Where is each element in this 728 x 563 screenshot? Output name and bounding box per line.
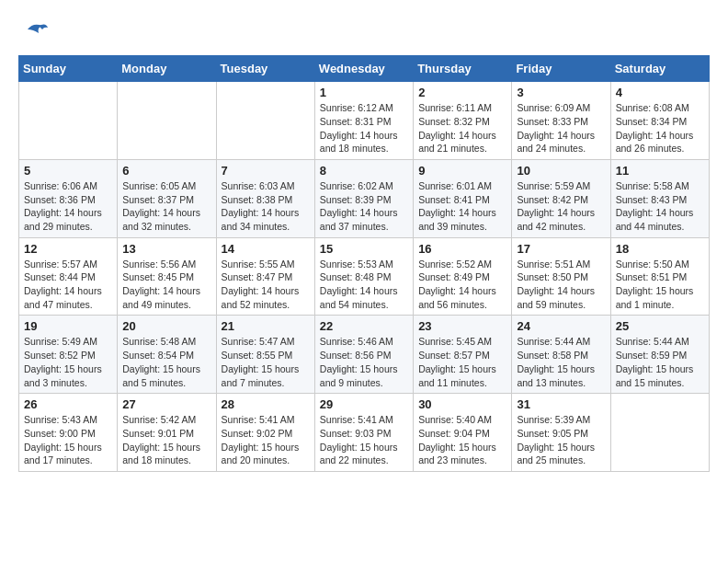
calendar-cell: 5Sunrise: 6:06 AM Sunset: 8:36 PM Daylig… xyxy=(19,159,118,237)
week-row-1: 1Sunrise: 6:12 AM Sunset: 8:31 PM Daylig… xyxy=(19,82,710,160)
calendar-table: SundayMondayTuesdayWednesdayThursdayFrid… xyxy=(18,55,710,472)
calendar-cell: 31Sunrise: 5:39 AM Sunset: 9:05 PM Dayli… xyxy=(512,394,610,472)
calendar-cell: 23Sunrise: 5:45 AM Sunset: 8:57 PM Dayli… xyxy=(414,316,512,394)
calendar-cell: 12Sunrise: 5:57 AM Sunset: 8:44 PM Dayli… xyxy=(19,237,118,316)
day-number: 21 xyxy=(222,319,310,333)
day-info: Sunrise: 5:56 AM Sunset: 8:45 PM Dayligh… xyxy=(122,258,210,312)
day-info: Sunrise: 5:48 AM Sunset: 8:54 PM Dayligh… xyxy=(122,335,210,389)
day-info: Sunrise: 5:44 AM Sunset: 8:58 PM Dayligh… xyxy=(517,335,605,389)
calendar-cell: 8Sunrise: 6:02 AM Sunset: 8:39 PM Daylig… xyxy=(314,159,413,237)
calendar-cell: 14Sunrise: 5:55 AM Sunset: 8:47 PM Dayli… xyxy=(216,237,314,316)
weekday-header-monday: Monday xyxy=(118,56,216,82)
day-info: Sunrise: 5:58 AM Sunset: 8:43 PM Dayligh… xyxy=(616,179,704,234)
day-info: Sunrise: 5:57 AM Sunset: 8:44 PM Dayligh… xyxy=(24,258,112,312)
day-info: Sunrise: 5:43 AM Sunset: 9:00 PM Dayligh… xyxy=(24,413,112,467)
page-header xyxy=(18,18,710,40)
week-row-4: 19Sunrise: 5:49 AM Sunset: 8:52 PM Dayli… xyxy=(19,316,710,394)
week-row-2: 5Sunrise: 6:06 AM Sunset: 8:36 PM Daylig… xyxy=(19,159,710,237)
logo-text xyxy=(18,18,48,40)
calendar-cell: 10Sunrise: 5:59 AM Sunset: 8:42 PM Dayli… xyxy=(512,159,610,237)
calendar-cell xyxy=(610,394,709,472)
calendar-cell: 24Sunrise: 5:44 AM Sunset: 8:58 PM Dayli… xyxy=(512,316,610,394)
day-info: Sunrise: 5:59 AM Sunset: 8:42 PM Dayligh… xyxy=(517,179,605,234)
day-info: Sunrise: 5:51 AM Sunset: 8:50 PM Dayligh… xyxy=(517,258,605,312)
day-info: Sunrise: 5:41 AM Sunset: 9:03 PM Dayligh… xyxy=(320,413,408,467)
calendar-cell: 28Sunrise: 5:41 AM Sunset: 9:02 PM Dayli… xyxy=(216,394,314,472)
day-number: 13 xyxy=(122,242,210,256)
day-number: 29 xyxy=(320,397,408,411)
weekday-header-saturday: Saturday xyxy=(610,56,709,82)
day-number: 3 xyxy=(517,86,605,99)
day-info: Sunrise: 5:40 AM Sunset: 9:04 PM Dayligh… xyxy=(418,413,506,467)
calendar-cell: 25Sunrise: 5:44 AM Sunset: 8:59 PM Dayli… xyxy=(610,316,709,394)
day-info: Sunrise: 5:53 AM Sunset: 8:48 PM Dayligh… xyxy=(320,258,408,312)
day-info: Sunrise: 6:06 AM Sunset: 8:36 PM Dayligh… xyxy=(24,179,112,234)
weekday-header-friday: Friday xyxy=(512,56,610,82)
calendar-cell: 20Sunrise: 5:48 AM Sunset: 8:54 PM Dayli… xyxy=(118,316,216,394)
day-info: Sunrise: 5:46 AM Sunset: 8:56 PM Dayligh… xyxy=(320,335,408,389)
calendar-cell: 27Sunrise: 5:42 AM Sunset: 9:01 PM Dayli… xyxy=(118,394,216,472)
calendar-cell xyxy=(118,82,216,160)
calendar-cell: 11Sunrise: 5:58 AM Sunset: 8:43 PM Dayli… xyxy=(610,159,709,237)
day-number: 28 xyxy=(222,397,310,411)
day-info: Sunrise: 5:45 AM Sunset: 8:57 PM Dayligh… xyxy=(418,335,506,389)
day-number: 18 xyxy=(616,242,704,256)
day-number: 10 xyxy=(517,164,605,178)
calendar-cell: 9Sunrise: 6:01 AM Sunset: 8:41 PM Daylig… xyxy=(414,159,512,237)
weekday-header-row: SundayMondayTuesdayWednesdayThursdayFrid… xyxy=(19,56,710,82)
day-info: Sunrise: 6:11 AM Sunset: 8:32 PM Dayligh… xyxy=(418,101,506,155)
day-number: 6 xyxy=(122,164,210,178)
week-row-3: 12Sunrise: 5:57 AM Sunset: 8:44 PM Dayli… xyxy=(19,237,710,316)
day-number: 2 xyxy=(418,86,506,99)
day-info: Sunrise: 5:47 AM Sunset: 8:55 PM Dayligh… xyxy=(222,335,310,389)
day-number: 24 xyxy=(517,319,605,333)
day-info: Sunrise: 5:55 AM Sunset: 8:47 PM Dayligh… xyxy=(222,258,310,312)
calendar-cell: 19Sunrise: 5:49 AM Sunset: 8:52 PM Dayli… xyxy=(19,316,118,394)
day-info: Sunrise: 6:01 AM Sunset: 8:41 PM Dayligh… xyxy=(418,179,506,234)
day-info: Sunrise: 5:41 AM Sunset: 9:02 PM Dayligh… xyxy=(222,413,310,467)
day-info: Sunrise: 5:50 AM Sunset: 8:51 PM Dayligh… xyxy=(616,258,704,312)
day-number: 8 xyxy=(320,164,408,178)
day-info: Sunrise: 6:12 AM Sunset: 8:31 PM Dayligh… xyxy=(320,101,408,155)
calendar-cell: 22Sunrise: 5:46 AM Sunset: 8:56 PM Dayli… xyxy=(314,316,413,394)
day-number: 26 xyxy=(24,397,112,411)
calendar-cell: 18Sunrise: 5:50 AM Sunset: 8:51 PM Dayli… xyxy=(610,237,709,316)
calendar-cell: 4Sunrise: 6:08 AM Sunset: 8:34 PM Daylig… xyxy=(610,82,709,160)
weekday-header-tuesday: Tuesday xyxy=(216,56,314,82)
day-number: 14 xyxy=(222,242,310,256)
calendar-cell: 1Sunrise: 6:12 AM Sunset: 8:31 PM Daylig… xyxy=(314,82,413,160)
day-info: Sunrise: 6:05 AM Sunset: 8:37 PM Dayligh… xyxy=(122,179,210,234)
day-number: 5 xyxy=(24,164,112,178)
day-number: 11 xyxy=(616,164,704,178)
calendar-cell xyxy=(19,82,118,160)
week-row-5: 26Sunrise: 5:43 AM Sunset: 9:00 PM Dayli… xyxy=(19,394,710,472)
calendar-cell: 17Sunrise: 5:51 AM Sunset: 8:50 PM Dayli… xyxy=(512,237,610,316)
day-number: 12 xyxy=(24,242,112,256)
day-info: Sunrise: 5:42 AM Sunset: 9:01 PM Dayligh… xyxy=(122,413,210,467)
day-number: 23 xyxy=(418,319,506,333)
day-number: 17 xyxy=(517,242,605,256)
logo-bird-icon xyxy=(20,20,48,40)
weekday-header-thursday: Thursday xyxy=(414,56,512,82)
day-number: 9 xyxy=(418,164,506,178)
logo xyxy=(18,18,48,40)
calendar-cell xyxy=(216,82,314,160)
weekday-header-wednesday: Wednesday xyxy=(314,56,413,82)
day-info: Sunrise: 5:39 AM Sunset: 9:05 PM Dayligh… xyxy=(517,413,605,467)
calendar-cell: 3Sunrise: 6:09 AM Sunset: 8:33 PM Daylig… xyxy=(512,82,610,160)
day-info: Sunrise: 5:49 AM Sunset: 8:52 PM Dayligh… xyxy=(24,335,112,389)
day-number: 27 xyxy=(122,397,210,411)
calendar-cell: 26Sunrise: 5:43 AM Sunset: 9:00 PM Dayli… xyxy=(19,394,118,472)
calendar-cell: 21Sunrise: 5:47 AM Sunset: 8:55 PM Dayli… xyxy=(216,316,314,394)
calendar-cell: 13Sunrise: 5:56 AM Sunset: 8:45 PM Dayli… xyxy=(118,237,216,316)
day-info: Sunrise: 6:09 AM Sunset: 8:33 PM Dayligh… xyxy=(517,101,605,155)
calendar-cell: 30Sunrise: 5:40 AM Sunset: 9:04 PM Dayli… xyxy=(414,394,512,472)
day-number: 25 xyxy=(616,319,704,333)
day-number: 4 xyxy=(616,86,704,99)
calendar-cell: 7Sunrise: 6:03 AM Sunset: 8:38 PM Daylig… xyxy=(216,159,314,237)
calendar-cell: 16Sunrise: 5:52 AM Sunset: 8:49 PM Dayli… xyxy=(414,237,512,316)
day-number: 19 xyxy=(24,319,112,333)
day-number: 31 xyxy=(517,397,605,411)
day-number: 30 xyxy=(418,397,506,411)
day-info: Sunrise: 6:02 AM Sunset: 8:39 PM Dayligh… xyxy=(320,179,408,234)
